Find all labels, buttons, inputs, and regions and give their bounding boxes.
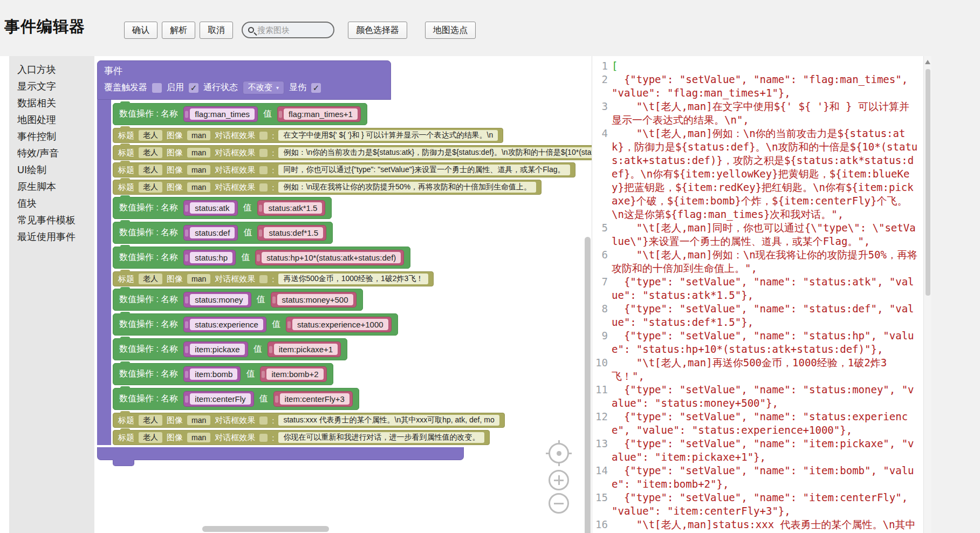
name-pill[interactable]: status:experience	[190, 319, 263, 330]
code-line-text[interactable]: "\t[老人,man]例如：\n你的当前攻击力是${status:atk}，防御…	[612, 127, 921, 221]
code-line[interactable]: 11 {"type": "setValue", "name": "status:…	[592, 383, 921, 410]
cancel-button[interactable]: 取消	[200, 22, 233, 39]
dialog-image-pill[interactable]: man	[187, 182, 210, 192]
dialog-effect-checkbox[interactable]	[259, 434, 268, 442]
block-setvalue-row[interactable]: 数值操作 : 名称item:centerFly值item:centerFly+3	[113, 388, 359, 410]
zoom-out-icon[interactable]	[549, 493, 569, 514]
code-line[interactable]: 5 "\t[老人,man]同时，你也可以通过{\"type\": \"setVa…	[592, 221, 921, 248]
code-line-text[interactable]: "\t[老人,man]在文字中使用${' ${ '}和 } 可以计算并显示一个表…	[612, 100, 921, 127]
color-picker-button[interactable]: 颜色选择器	[348, 22, 407, 39]
code-line[interactable]: 15 {"type": "setValue", "name": "item:ce…	[592, 491, 921, 518]
code-line[interactable]: 12 {"type": "setValue", "name": "status:…	[592, 410, 921, 437]
value-pill[interactable]: status:def*1.5	[264, 227, 323, 238]
name-slot[interactable]: status:money	[183, 292, 251, 308]
value-pill[interactable]: status:experience+1000	[292, 319, 388, 330]
block-setvalue-row[interactable]: 数值操作 : 名称flag:man_times值flag:man_times+1	[113, 103, 367, 125]
sidebar-item-10[interactable]: 最近使用事件	[9, 229, 94, 245]
code-line-text[interactable]: "\t[老人,man]例如：\n现在我将让你的攻防提升50%，再将攻防和的十倍加…	[612, 248, 921, 275]
crosshair-icon[interactable]	[549, 443, 569, 463]
code-line-text[interactable]: {"type": "setValue", "name": "item:bomb"…	[612, 464, 921, 491]
scroll-up-arrow-icon[interactable]	[925, 60, 930, 64]
code-line-text[interactable]: {"type": "setValue", "name": "flag:man_t…	[612, 73, 921, 100]
dialog-text-field[interactable]: 你现在可以重新和我进行对话，进一步看到属性值的改变。	[278, 432, 484, 443]
json-code-editor[interactable]: 1[2 {"type": "setValue", "name": "flag:m…	[592, 56, 923, 533]
name-pill[interactable]: status:atk	[190, 202, 234, 214]
code-line[interactable]: 14 {"type": "setValue", "name": "item:bo…	[592, 464, 921, 491]
dialog-image-pill[interactable]: man	[187, 131, 210, 140]
name-pill[interactable]: item:pickaxe	[190, 344, 244, 355]
name-slot[interactable]: flag:man_times	[183, 106, 258, 122]
block-setvalue-row[interactable]: 数值操作 : 名称status:hp值status:hp+10*(status:…	[113, 247, 410, 269]
name-slot[interactable]: item:centerFly	[183, 391, 253, 407]
code-line[interactable]: 1[	[592, 59, 921, 73]
dialog-effect-checkbox[interactable]	[259, 166, 268, 174]
value-slot[interactable]: status:experience+1000	[286, 317, 392, 332]
sidebar-item-3[interactable]: 地图处理	[9, 112, 94, 128]
code-line[interactable]: 6 "\t[老人,man]例如：\n现在我将让你的攻防提升50%，再将攻防和的十…	[592, 248, 921, 275]
dialog-text-field[interactable]: 例如：\n你的当前攻击力是${status:atk}，防御力是${status:…	[278, 147, 592, 158]
dialog-title-pill[interactable]: 老人	[139, 182, 162, 193]
block-dialog-row[interactable]: 标题老人图像man对话框效果:status:xxx 代表勇士的某个属性。\n其中…	[113, 413, 505, 428]
dialog-text-field[interactable]: status:xxx 代表勇士的某个属性。\n其中xxx可取hp, atk, d…	[278, 415, 499, 426]
code-line[interactable]: 16 "\t[老人,man]status:xxx 代表勇士的某个属性。\n其中	[592, 518, 921, 531]
event-block-footer[interactable]	[97, 447, 464, 460]
code-line[interactable]: 3 "\t[老人,man]在文字中使用${' ${ '}和 } 可以计算并显示一…	[592, 100, 921, 127]
sidebar-item-6[interactable]: UI绘制	[9, 162, 94, 179]
name-slot[interactable]: item:bomb	[183, 366, 241, 382]
blockly-workspace[interactable]: 事件 覆盖触发器 启用 ✓ 通行状态 不改变 ▾ 显伤 ✓ 数值操作 : 名称f…	[94, 56, 592, 533]
code-scrollbar-thumb[interactable]	[926, 69, 930, 296]
dialog-image-pill[interactable]: man	[187, 433, 210, 442]
name-pill[interactable]: status:money	[190, 294, 248, 305]
parse-button[interactable]: 解析	[162, 22, 195, 39]
dialog-effect-checkbox[interactable]	[259, 416, 268, 425]
value-slot[interactable]: flag:man_times+1	[277, 106, 361, 122]
value-slot[interactable]: status:def*1.5	[257, 225, 326, 241]
pass-state-dropdown[interactable]: 不改变 ▾	[243, 81, 284, 94]
block-dialog-row[interactable]: 标题老人图像man对话框效果:再送你500金币，1000经验，1破2炸3飞！	[113, 271, 434, 286]
map-pick-button[interactable]: 地图选点	[425, 22, 476, 39]
overwrite-trigger-checkbox[interactable]	[152, 83, 162, 93]
code-line-text[interactable]: "\t[老人,man]再送你500金币，1000经验，1破2炸3飞！",	[612, 356, 921, 383]
sidebar-item-1[interactable]: 显示文字	[9, 78, 94, 95]
name-pill[interactable]: status:hp	[190, 252, 232, 263]
sidebar-item-9[interactable]: 常见事件模板	[9, 212, 94, 229]
block-setvalue-row[interactable]: 数值操作 : 名称item:bomb值item:bomb+2	[113, 363, 333, 385]
value-pill[interactable]: status:money+500	[277, 294, 353, 305]
code-line-text[interactable]: {"type": "setValue", "name": "item:picka…	[612, 437, 921, 464]
code-line[interactable]: 8 {"type": "setValue", "name": "status:d…	[592, 302, 921, 329]
value-pill[interactable]: item:centerFly+3	[280, 393, 349, 405]
dialog-image-pill[interactable]: man	[187, 148, 210, 158]
code-line[interactable]: 9 {"type": "setValue", "name": "status:h…	[592, 329, 921, 356]
dialog-title-pill[interactable]: 老人	[139, 274, 162, 284]
search-input[interactable]	[257, 25, 322, 35]
dialog-text-field[interactable]: 例如：\n现在我将让你的攻防提升50%，再将攻防和的十倍加到生命值上。	[278, 182, 536, 193]
event-block[interactable]: 事件 覆盖触发器 启用 ✓ 通行状态 不改变 ▾ 显伤 ✓ 数值操作 : 名称f…	[97, 60, 592, 460]
dialog-title-pill[interactable]: 老人	[139, 415, 162, 426]
dialog-effect-checkbox[interactable]	[259, 275, 268, 283]
value-slot[interactable]: status:atk*1.5	[257, 200, 326, 216]
dialog-image-pill[interactable]: man	[187, 165, 210, 175]
dialog-effect-checkbox[interactable]	[259, 183, 268, 192]
value-slot[interactable]: item:centerFly+3	[273, 391, 353, 407]
sidebar-item-5[interactable]: 特效/声音	[9, 145, 94, 162]
code-line-text[interactable]: [	[612, 59, 921, 73]
sidebar-item-2[interactable]: 数据相关	[9, 95, 94, 112]
dialog-title-pill[interactable]: 老人	[139, 147, 162, 158]
dialog-effect-checkbox[interactable]	[259, 149, 268, 157]
workspace-horizontal-scrollbar[interactable]	[202, 526, 329, 532]
code-line-text[interactable]: {"type": "setValue", "name": "status:atk…	[612, 275, 921, 302]
dialog-text-field[interactable]: 在文字中使用${' ${ '}和 } 可以计算并显示一个表达式的结果。\n	[278, 130, 498, 141]
code-line[interactable]: 13 {"type": "setValue", "name": "item:pi…	[592, 437, 921, 464]
name-slot[interactable]: status:def	[183, 225, 238, 241]
code-line-text[interactable]: {"type": "setValue", "name": "item:cente…	[612, 491, 921, 518]
dialog-text-field[interactable]: 同时，你也可以通过{"type": "setValue"}来设置一个勇士的属性、…	[278, 165, 570, 175]
value-pill[interactable]: flag:man_times+1	[284, 108, 358, 120]
dialog-effect-checkbox[interactable]	[259, 132, 268, 140]
sidebar-item-8[interactable]: 值块	[9, 195, 94, 212]
display-damage-checkbox[interactable]: ✓	[311, 83, 321, 93]
code-line-text[interactable]: "\t[老人,man]status:xxx 代表勇士的某个属性。\n其中	[612, 518, 921, 531]
dialog-text-field[interactable]: 再送你500金币，1000经验，1破2炸3飞！	[278, 274, 428, 284]
code-line-text[interactable]: {"type": "setValue", "name": "status:mon…	[612, 383, 921, 410]
code-line-text[interactable]: "\t[老人,man]同时，你也可以通过{\"type\": \"setValu…	[612, 221, 921, 248]
block-dialog-row[interactable]: 标题老人图像man对话框效果:例如：\n你的当前攻击力是${status:atk…	[113, 145, 592, 160]
